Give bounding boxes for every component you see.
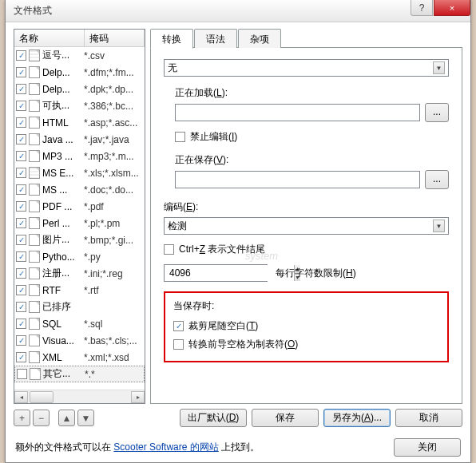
checkbox-icon[interactable]: ✓ <box>16 84 26 94</box>
item-mask: *.pl;*.pm <box>84 218 145 229</box>
scooter-link[interactable]: Scooter Software 的网站 <box>113 441 218 453</box>
close-dialog-button[interactable]: 关闭 <box>394 438 461 457</box>
list-item[interactable]: ✓Pytho...*.py <box>14 248 145 265</box>
item-mask: *.rtf <box>84 285 145 296</box>
checkbox-icon[interactable]: ✓ <box>16 335 26 346</box>
scroll-left-icon[interactable]: ◂ <box>14 391 28 403</box>
item-name: Java ... <box>42 134 84 145</box>
button-row: + − ▲ ▼ 出厂默认(D) 保存 另存为(A)... 取消 <box>6 404 470 427</box>
list-item[interactable]: ✓PDF ...*.pdf <box>14 198 145 215</box>
checkbox-icon[interactable]: ✓ <box>16 117 26 128</box>
help-button[interactable]: ? <box>411 0 433 16</box>
list-item[interactable]: ✓RTF*.rtf <box>14 282 145 299</box>
checkbox-icon[interactable]: ✓ <box>16 302 26 312</box>
footer-text: 额外的文件格式可以在 Scooter Software 的网站 上找到。 <box>15 441 394 454</box>
char-limit-spinner[interactable]: ▲▼ <box>164 264 268 282</box>
close-button[interactable]: × <box>434 0 470 16</box>
saveas-button[interactable]: 另存为(A)... <box>323 409 391 427</box>
music-icon <box>29 150 40 162</box>
tab-convert[interactable]: 转换 <box>150 29 193 49</box>
list-item[interactable]: ✓SQL*.sql <box>14 315 145 332</box>
checkbox-icon[interactable] <box>17 369 27 379</box>
remove-button[interactable]: − <box>33 410 50 426</box>
item-mask: *.* <box>85 369 144 380</box>
checkbox-icon[interactable]: ✓ <box>16 184 26 195</box>
tab-misc[interactable]: 杂项 <box>238 29 281 48</box>
checkbox-icon[interactable]: ✓ <box>16 235 26 245</box>
checkbox-icon[interactable]: ✓ <box>16 67 26 77</box>
item-name: MP3 ... <box>42 151 84 162</box>
page-icon <box>29 334 40 346</box>
tabs-label: 转换前导空格为制表符(O) <box>188 338 298 351</box>
move-up-button[interactable]: ▲ <box>58 410 75 426</box>
list-item[interactable]: ✓Visua...*.bas;*.cls;... <box>14 332 145 349</box>
list-item[interactable]: ✓MP3 ...*.mp3;*.m... <box>14 148 145 164</box>
list-item[interactable]: ✓MS E...*.xls;*.xlsm... <box>14 164 145 181</box>
list-item[interactable]: ✓XML*.xml;*.xsd <box>14 349 145 366</box>
col-name[interactable]: 名称 <box>14 30 85 46</box>
item-name: 已排序 <box>42 300 84 314</box>
list-item[interactable]: ✓Java ...*.jav;*.java <box>14 131 145 148</box>
checkbox-icon[interactable]: ✓ <box>16 50 26 61</box>
saving-browse-button[interactable]: ... <box>425 170 449 189</box>
item-mask: *.bmp;*.gi... <box>84 235 145 246</box>
item-mask: *.mp3;*.m... <box>84 151 145 162</box>
checkbox-icon[interactable]: ✓ <box>16 134 26 144</box>
encoding-combo[interactable]: 检测 ▼ <box>164 217 449 235</box>
char-limit-input[interactable] <box>165 265 294 281</box>
list-item[interactable]: ✓已排序 <box>14 299 145 315</box>
factory-defaults-button[interactable]: 出厂默认(D) <box>180 409 247 427</box>
list-item[interactable]: 其它...*.* <box>14 366 145 382</box>
checkbox-icon[interactable]: ✓ <box>16 251 26 262</box>
scroll-right-icon[interactable]: ▸ <box>131 391 145 403</box>
checkbox-icon[interactable]: ✓ <box>16 201 26 212</box>
checkbox-icon[interactable]: ✓ <box>16 285 26 295</box>
page-icon <box>29 234 40 246</box>
list-item[interactable]: ✓Delp...*.dfm;*.fm... <box>14 64 145 81</box>
checkbox-icon[interactable]: ✓ <box>16 319 26 329</box>
list-item[interactable]: ✓MS ...*.doc;*.do... <box>14 181 145 198</box>
add-button[interactable]: + <box>14 410 30 426</box>
checkbox-icon[interactable]: ✓ <box>16 101 26 111</box>
ctrlz-checkbox[interactable]: Ctrl+Z 表示文件结尾 <box>164 243 449 256</box>
list-item[interactable]: ✓图片...*.bmp;*.gi... <box>14 232 145 248</box>
loading-input[interactable] <box>175 104 420 121</box>
list-item[interactable]: ✓可执...*.386;*.bc... <box>14 97 145 114</box>
list-item[interactable]: ✓注册...*.ini;*.reg <box>14 265 145 282</box>
tab-page-convert: 无 ▼ 正在加载(L): ... 禁止编辑(I) 正在保存(V): <box>150 48 462 404</box>
char-limit-label: 每行字符数限制(H) <box>276 267 356 280</box>
item-name: Perl ... <box>42 218 84 229</box>
col-mask[interactable]: 掩码 <box>85 30 145 46</box>
checkbox-icon[interactable]: ✓ <box>16 268 26 279</box>
scroll-thumb[interactable] <box>30 391 54 403</box>
list-item[interactable]: ✓逗号...*.csv <box>14 47 145 64</box>
trim-checkbox[interactable]: ✓ 裁剪尾随空白(T) <box>173 319 439 333</box>
checkbox-icon[interactable]: ✓ <box>16 218 26 228</box>
tab-syntax[interactable]: 语法 <box>194 29 237 48</box>
checkbox-icon[interactable]: ✓ <box>16 151 26 161</box>
chevron-down-icon: ▼ <box>433 220 445 232</box>
list-body[interactable]: ✓逗号...*.csv✓Delp...*.dfm;*.fm...✓Delp...… <box>14 47 145 390</box>
disable-edit-checkbox[interactable]: 禁止编辑(I) <box>175 130 449 144</box>
disable-edit-label: 禁止编辑(I) <box>190 130 237 144</box>
hscrollbar[interactable]: ◂ ▸ <box>14 390 145 403</box>
checkbox-icon[interactable]: ✓ <box>16 352 26 362</box>
onsave-title: 当保存时: <box>173 299 439 313</box>
item-name: Pytho... <box>42 251 84 263</box>
item-mask: *.ini;*.reg <box>84 268 145 279</box>
move-down-button[interactable]: ▼ <box>77 410 94 426</box>
encoding-value: 检测 <box>168 220 187 233</box>
tabs-checkbox[interactable]: 转换前导空格为制表符(O) <box>173 338 439 351</box>
list-item[interactable]: ✓Perl ...*.pl;*.pm <box>14 215 145 232</box>
loading-browse-button[interactable]: ... <box>425 103 449 122</box>
trim-label: 裁剪尾随空白(T) <box>188 319 258 333</box>
list-item[interactable]: ✓Delp...*.dpk;*.dp... <box>14 81 145 97</box>
list-item[interactable]: ✓HTML*.asp;*.asc... <box>14 114 145 131</box>
save-button[interactable]: 保存 <box>252 409 319 427</box>
saving-label: 正在保存(V): <box>175 153 449 167</box>
saving-input[interactable] <box>175 171 420 188</box>
cancel-button[interactable]: 取消 <box>395 409 462 427</box>
checkbox-icon[interactable]: ✓ <box>16 168 26 178</box>
convert-mode-combo[interactable]: 无 ▼ <box>164 59 449 77</box>
item-name: 图片... <box>42 233 84 247</box>
